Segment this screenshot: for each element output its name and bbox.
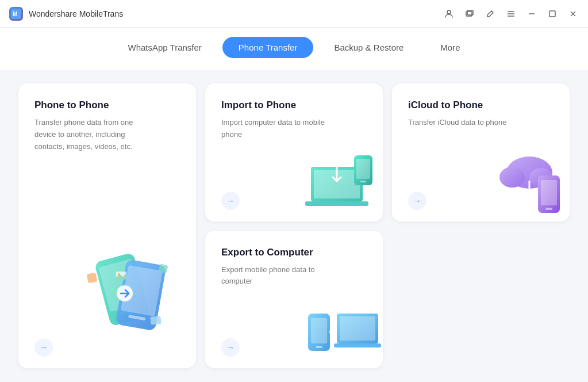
titlebar: M Wondershare MobileTrans — [0, 0, 588, 28]
svg-rect-34 — [541, 180, 557, 205]
card-import-title: Import to Phone — [221, 100, 367, 111]
user-button[interactable] — [443, 8, 455, 20]
icloud-illustration — [489, 152, 564, 216]
phone-to-phone-illustration — [62, 242, 176, 345]
card-import-arrow[interactable]: → — [221, 192, 240, 210]
tab-phone[interactable]: Phone Transfer — [222, 37, 314, 58]
svg-rect-19 — [86, 273, 97, 284]
card-export-title: Export to Computer — [221, 247, 367, 258]
svg-point-2 — [447, 10, 451, 14]
svg-rect-21 — [150, 316, 161, 325]
edit-button[interactable] — [485, 8, 496, 20]
window-button[interactable] — [464, 8, 475, 20]
card-icloud-title: iCloud to Phone — [408, 100, 554, 111]
close-button[interactable] — [567, 8, 579, 20]
tabbar: WhatsApp Transfer Phone Transfer Backup … — [0, 28, 588, 70]
svg-rect-29 — [360, 181, 366, 182]
export-illustration — [302, 299, 377, 362]
tab-backup[interactable]: Backup & Restore — [318, 37, 420, 58]
tab-more[interactable]: More — [424, 37, 476, 58]
card-import-to-phone[interactable]: Import to Phone Import computer data to … — [205, 83, 383, 221]
card-phone-to-phone-desc: Transfer phone data from one device to a… — [34, 117, 138, 152]
main-content: Phone to Phone Transfer phone data from … — [0, 70, 588, 382]
app-icon: M — [9, 7, 23, 21]
card-icloud-to-phone[interactable]: iCloud to Phone Transfer iCloud data to … — [392, 83, 570, 221]
svg-rect-41 — [334, 343, 381, 347]
svg-point-31 — [499, 167, 525, 188]
import-illustration — [302, 152, 377, 216]
minimize-button[interactable] — [526, 8, 537, 20]
svg-rect-35 — [545, 208, 552, 210]
card-icloud-arrow[interactable]: → — [408, 192, 426, 210]
card-phone-to-phone[interactable]: Phone to Phone Transfer phone data from … — [18, 83, 196, 368]
card-export-arrow[interactable]: → — [221, 338, 240, 357]
svg-rect-26 — [305, 201, 368, 206]
svg-rect-38 — [316, 346, 322, 348]
card-export-desc: Export mobile phone data to computer — [221, 264, 325, 288]
svg-rect-28 — [356, 159, 370, 179]
card-phone-to-phone-arrow[interactable]: → — [34, 338, 53, 357]
titlebar-controls — [443, 8, 579, 20]
svg-text:M: M — [13, 11, 17, 17]
svg-rect-9 — [549, 11, 555, 17]
svg-rect-37 — [311, 318, 327, 343]
app-title: Wondershare MobileTrans — [29, 9, 123, 18]
card-phone-to-phone-title: Phone to Phone — [34, 100, 180, 111]
maximize-button[interactable] — [547, 8, 558, 20]
card-import-desc: Import computer data to mobile phone — [221, 117, 325, 141]
card-icloud-desc: Transfer iCloud data to phone — [408, 117, 512, 129]
titlebar-left: M Wondershare MobileTrans — [9, 7, 123, 21]
svg-rect-40 — [340, 316, 375, 341]
hamburger-button[interactable] — [505, 8, 517, 20]
card-export-to-computer[interactable]: Export to Computer Export mobile phone d… — [205, 231, 383, 369]
tab-whatsapp[interactable]: WhatsApp Transfer — [112, 37, 217, 58]
